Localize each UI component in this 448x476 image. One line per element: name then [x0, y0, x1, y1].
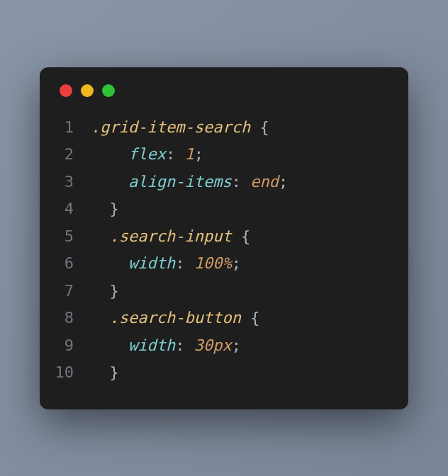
token-prop: align-items [128, 173, 232, 191]
token-unit: px [213, 336, 232, 354]
token-punct: ; [194, 145, 203, 163]
token-plain [91, 254, 128, 272]
token-prop: width [128, 254, 175, 272]
token-prop: flex [128, 145, 166, 163]
line-number: 1 [40, 114, 91, 142]
line-number: 4 [40, 196, 91, 223]
token-brace: { [241, 309, 260, 327]
token-brace: { [232, 227, 251, 245]
maximize-icon[interactable] [102, 84, 115, 97]
line-number: 8 [40, 305, 91, 332]
token-punct: ; [232, 254, 241, 272]
line-number: 5 [40, 223, 91, 251]
code-line: 10 } [40, 359, 408, 387]
line-content: .search-input { [91, 223, 408, 251]
code-line: 1.grid-item-search { [40, 114, 408, 142]
code-line: 9 width: 30px; [40, 332, 408, 360]
token-num: 30 [194, 336, 213, 354]
token-brace: } [110, 282, 119, 300]
token-punct: : [166, 145, 185, 163]
token-sel: .grid-item-search [91, 118, 250, 136]
token-sel: .search-button [110, 309, 241, 327]
token-unit: % [222, 254, 231, 272]
code-line: 3 align-items: end; [40, 169, 408, 196]
code-line: 7 } [40, 278, 408, 305]
code-line: 5 .search-input { [40, 223, 408, 251]
token-punct: : [175, 336, 194, 354]
line-number: 7 [40, 278, 91, 305]
code-line: 4 } [40, 196, 408, 223]
line-content: } [91, 196, 408, 223]
code-line: 6 width: 100%; [40, 250, 408, 278]
token-brace: { [250, 118, 269, 136]
token-plain [91, 363, 110, 381]
token-punct: ; [232, 336, 241, 354]
close-icon[interactable] [60, 84, 72, 97]
token-plain [91, 173, 128, 191]
token-plain [91, 309, 110, 327]
minimize-icon[interactable] [81, 84, 94, 97]
line-content: width: 30px; [91, 332, 408, 360]
code-window: 1.grid-item-search {2 flex: 1;3 align-it… [40, 67, 408, 409]
token-punct: : [175, 254, 194, 272]
token-punct: : [232, 173, 251, 191]
token-brace: } [110, 363, 119, 381]
line-content: } [91, 359, 408, 387]
line-number: 2 [40, 141, 91, 169]
line-content: flex: 1; [91, 141, 408, 169]
token-prop: width [128, 336, 175, 354]
code-line: 8 .search-button { [40, 305, 408, 332]
token-val: end [250, 173, 279, 191]
token-plain [91, 145, 128, 163]
token-plain [91, 200, 110, 217]
token-sel: .search-input [110, 227, 232, 245]
line-number: 10 [40, 359, 91, 387]
line-content: .search-button { [91, 305, 408, 332]
token-plain [91, 227, 110, 245]
line-content: align-items: end; [91, 169, 408, 196]
token-num: 100 [194, 254, 223, 272]
window-controls [40, 84, 408, 114]
token-punct: ; [279, 173, 288, 191]
token-plain [91, 282, 110, 300]
line-content: width: 100%; [91, 250, 408, 278]
line-content: } [91, 278, 408, 305]
code-line: 2 flex: 1; [40, 141, 408, 169]
line-number: 3 [40, 169, 91, 196]
token-brace: } [110, 200, 119, 217]
line-number: 6 [40, 250, 91, 278]
line-number: 9 [40, 332, 91, 360]
code-editor: 1.grid-item-search {2 flex: 1;3 align-it… [40, 114, 408, 387]
token-num: 1 [184, 145, 194, 163]
line-content: .grid-item-search { [91, 114, 408, 142]
token-plain [91, 336, 128, 354]
